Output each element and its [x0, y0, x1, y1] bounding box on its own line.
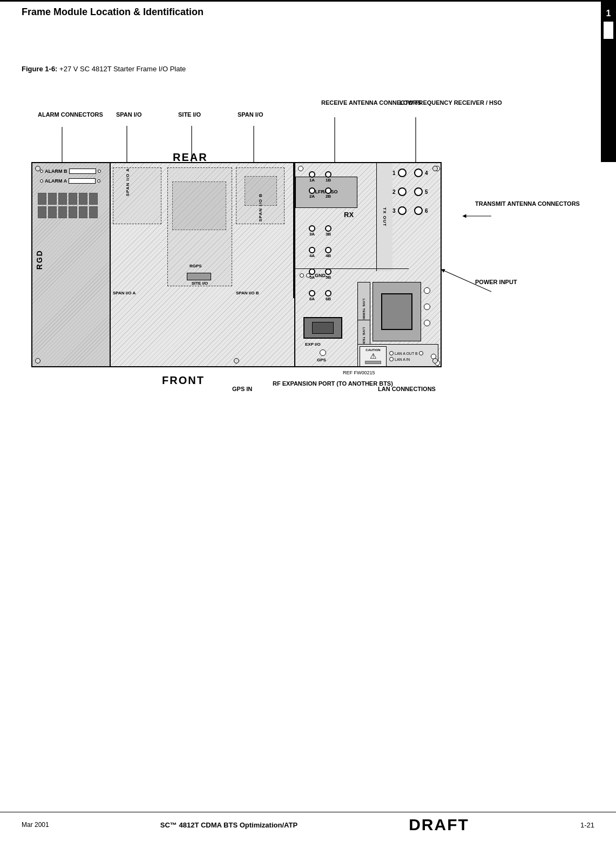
alarm-b-row: ALARM B	[40, 169, 101, 174]
sidebar-number: 1	[606, 9, 611, 18]
ann-low-frequency: LOW FREQUENCY RECEIVER / HSO	[400, 99, 502, 106]
site-io-bottom-label: SITE I/O	[192, 281, 208, 286]
ann-alarm-connectors: ALARM CONNECTORS	[38, 111, 103, 118]
tx-2: 2	[392, 187, 407, 196]
rgps-label: RGPS	[189, 264, 202, 268]
power-conn-2	[424, 304, 430, 310]
gps-label: GPS	[317, 358, 326, 362]
ann-power-input: POWER INPUT	[475, 278, 517, 286]
lan-out-row: LAN A OUT B	[389, 351, 429, 355]
span-io-a-box: SPAN I/O A	[113, 167, 161, 224]
top-border	[0, 0, 616, 2]
exp-io-inner	[312, 322, 334, 334]
footer: Mar 2001 SC™ 4812T CDMA BTS Optimization…	[0, 812, 616, 837]
span-io-a-bottom: SPAN I/O A	[113, 291, 136, 295]
alarm-b-label: ALARM B	[45, 169, 67, 174]
frame-corner-br	[432, 358, 438, 364]
alarm-a-row: ALARM A	[40, 178, 100, 184]
frame-corner-bl	[35, 358, 40, 364]
exp-io-label: EXP I/O	[305, 342, 321, 347]
footer-title: SC™ 4812T CDMA BTS Optimization/ATP	[160, 821, 297, 829]
rx-1b: 1B	[325, 171, 331, 183]
span-io-a-text: SPAN I/O A	[125, 168, 149, 199]
power-conn-1	[424, 287, 430, 294]
span-io-b-bottom: SPAN I/O B	[236, 291, 259, 295]
right-section: RX LFR/ HSO 1A 1B	[294, 163, 442, 367]
rx-6b: 6B	[325, 290, 331, 301]
ann-span-io-left: SPAN I/O	[116, 111, 141, 118]
alarm-a-dot	[40, 179, 43, 183]
front-label: FRONT	[162, 374, 205, 387]
diagram-area: ALARM CONNECTORS SPAN I/O SITE I/O SPAN …	[22, 78, 594, 402]
rx-6a: 6A	[309, 290, 315, 301]
lan-in-row: LAN A IN	[389, 357, 429, 361]
exp-io-box	[303, 317, 342, 339]
span-io-b-box: SPAN I/O B	[236, 167, 285, 224]
connector-ports	[38, 193, 105, 220]
caution-grey-rect	[365, 361, 381, 364]
tx-out-section: TX OUT	[376, 163, 392, 271]
frame-box: RGD ALARM B ALARM A	[31, 162, 442, 367]
ann-span-io-right: SPAN I/O	[238, 111, 263, 118]
caution-triangle-icon: ⚠	[370, 352, 377, 360]
tx-out-label: TX OUT	[382, 207, 387, 226]
frame-bottom-mid	[234, 358, 239, 364]
alarm-a-dot2	[97, 179, 100, 183]
rgps-port	[187, 273, 211, 280]
tx-6: 6	[414, 206, 428, 215]
corner-circle-tl	[298, 166, 303, 171]
ann-transmit-antenna: TRANSMIT ANTENNA CONNECTORS	[475, 200, 580, 207]
caution-lan-area: CAUTION ⚠ LAN A OUT B LAN A IN	[357, 344, 438, 367]
rx-2a: 2A	[309, 187, 315, 199]
tx-1: 1	[392, 169, 407, 177]
rx-pair-2: 2A 2B	[309, 187, 331, 199]
tx-4: 4	[414, 169, 428, 177]
rx-3a: 3A	[309, 225, 315, 237]
rx-pair-1: 1A 1B	[309, 171, 331, 183]
footer-date: Mar 2001	[22, 821, 49, 829]
gnd-row: GND	[295, 268, 409, 281]
alarm-b-dot	[40, 170, 43, 173]
rx-4a: 4A	[309, 247, 315, 258]
ref-label: REF FW00215	[343, 370, 375, 375]
footer-draft: DRAFT	[409, 816, 469, 834]
middle-section: SPAN I/O A RGPS SITE I/O SPAN I/O B	[111, 163, 294, 298]
rx-pair-4: 4A 4B	[309, 247, 331, 258]
site-io-box: RGPS SITE I/O	[167, 167, 232, 286]
alarm-b-dot2	[98, 170, 101, 173]
power-conn-3	[424, 320, 430, 326]
footer-page: 1-21	[580, 821, 594, 829]
ann-lan-connections: LAN CONNECTIONS	[378, 385, 436, 393]
ann-gps-in: GPS IN	[232, 385, 252, 393]
rx-pair-6: 6A 6B	[309, 290, 331, 301]
caution-box: CAUTION ⚠	[360, 346, 387, 367]
figure-label: Figure 1-6: +27 V SC 4812T Starter Frame…	[22, 65, 186, 73]
right-sidebar-bar: 1	[601, 0, 616, 162]
rx-pair-3: 3A 3B	[309, 225, 331, 237]
tx-3: 3	[392, 206, 407, 215]
alarm-a-rect	[69, 178, 96, 184]
alarm-a-label: ALARM A	[45, 178, 67, 184]
power-input-inner	[381, 293, 412, 330]
rx-1a: 1A	[309, 171, 315, 183]
rx-3b: 3B	[325, 225, 331, 237]
rx-4b: 4B	[325, 247, 331, 258]
ann-rf-expansion: RF EXPANSION PORT (TO ANOTHER BTS)	[273, 380, 393, 387]
rgd-label: RGD	[35, 250, 44, 270]
frame-corner-tl	[35, 166, 40, 171]
rx-2b: 2B	[325, 187, 331, 199]
page-title: Frame Module Location & Identification	[22, 6, 204, 18]
ann-site-io: SITE I/O	[178, 111, 201, 118]
left-panel: RGD ALARM B ALARM A	[32, 163, 111, 367]
sidebar-rect	[604, 22, 613, 39]
gnd-label: GND	[315, 273, 326, 278]
site-io-inner	[172, 181, 226, 230]
gps-circle	[320, 349, 326, 356]
power-input-box	[373, 282, 421, 341]
span-io-b-text: SPAN I/O B	[258, 193, 263, 222]
exp-io-section: EXP I/O	[295, 317, 357, 347]
rx-label: RX	[344, 211, 354, 219]
alarm-b-rect	[69, 169, 96, 174]
frame-corner-tr	[432, 166, 438, 171]
tx-5: 5	[414, 187, 428, 196]
